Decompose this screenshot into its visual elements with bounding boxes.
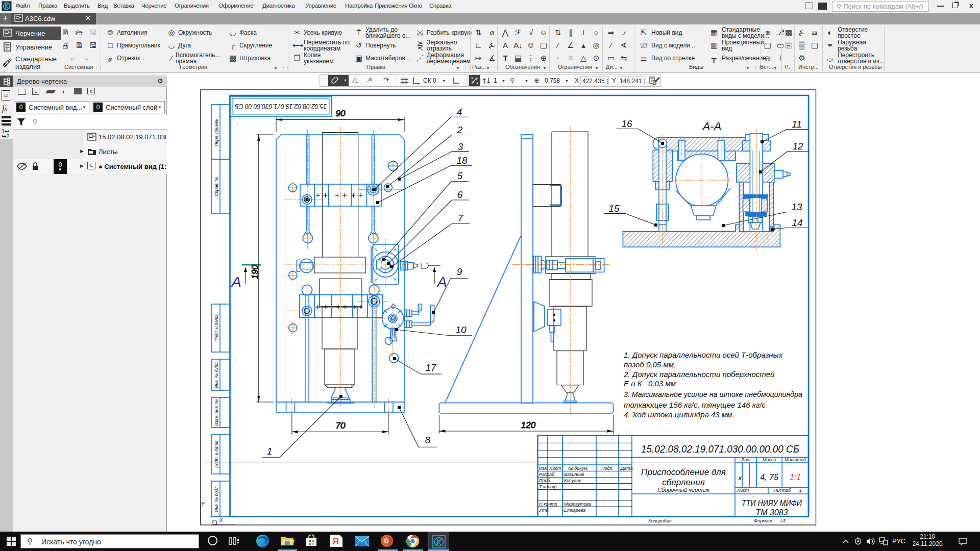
svg-text:1. Допуск параллельности осей: 1. Допуск параллельности осей Т-образных (624, 350, 783, 359)
svg-text:ТМ 3083: ТМ 3083 (755, 508, 788, 517)
svg-text:9: 9 (457, 266, 462, 277)
svg-text:А: А (436, 273, 447, 290)
svg-text:18: 18 (456, 155, 468, 166)
svg-text:1:1: 1:1 (790, 473, 801, 482)
svg-text:Проб.: Проб. (539, 478, 551, 483)
svg-text:15.02.08.02.19.071.030.00.00 С: 15.02.08.02.19.071.030.00.00 СБ (235, 103, 327, 111)
svg-text:Дата: Дата (620, 466, 633, 471)
svg-text:№ докум.: № докум. (568, 466, 589, 471)
svg-text:12: 12 (792, 141, 803, 152)
svg-text:Перв. примен.: Перв. примен. (214, 117, 219, 146)
svg-text:Инв. № подл.: Инв. № подл. (214, 485, 219, 512)
svg-text:Инв. № дубл.: Инв. № дубл. (214, 361, 219, 388)
svg-text:15.02.08.02.19.071.030.00.00.0: 15.02.08.02.19.071.030.00.00.00 СБ (641, 443, 799, 455)
svg-text:Приспособление для: Приспособление для (641, 467, 726, 477)
svg-text:Еткарева: Еткарева (564, 508, 585, 513)
svg-text:к: к (739, 474, 742, 482)
svg-text:4, 75: 4, 75 (760, 473, 778, 482)
svg-text:Я: Я (332, 536, 339, 546)
svg-text:13: 13 (791, 202, 802, 212)
svg-text:пазоб 0,05 мм.: пазоб 0,05 мм. (624, 360, 676, 369)
svg-text:Копиробал: Копиробал (648, 518, 671, 523)
svg-text:Изм: Изм (539, 466, 548, 471)
svg-text:Лист: Лист (549, 466, 561, 471)
svg-text:Подп. и дата: Подп. и дата (214, 314, 219, 341)
svg-text:Формат: Формат (754, 518, 772, 523)
svg-text:Масштаб: Масштаб (785, 457, 806, 462)
svg-text:Н контр: Н контр (539, 502, 557, 507)
svg-text:3. Максимальное усилие на шток: 3. Максимальное усилие на штоке пнебмоци… (624, 390, 802, 398)
svg-text:4. Ход штока цилиндра 43 мм.: 4. Ход штока цилиндра 43 мм. (624, 410, 734, 419)
svg-text:Подп.: Подп. (601, 466, 614, 471)
svg-text:8: 8 (425, 435, 431, 445)
svg-text:7: 7 (458, 213, 464, 223)
svg-text:1: 1 (267, 446, 273, 457)
svg-text:Подп. и дата: Подп. и дата (214, 441, 219, 468)
svg-text:А: А (230, 273, 241, 290)
svg-text:120: 120 (521, 420, 536, 430)
svg-text:10: 10 (455, 324, 467, 335)
svg-text:Листоб: Листоб (773, 488, 791, 493)
svg-text:Лит: Лит (741, 457, 751, 462)
svg-text:Взам. инв. №: Взам. инв. № (214, 399, 219, 426)
svg-text:Утб.: Утб. (538, 508, 550, 513)
svg-text:2. Допуск параллельности побер: 2. Допуск параллельности поберхностей (623, 370, 775, 379)
svg-text:Справ. №: Справ. № (214, 177, 219, 196)
svg-text:X: X (219, 517, 223, 523)
svg-text:Масса: Масса (763, 457, 776, 462)
svg-text:70: 70 (336, 421, 346, 431)
svg-text:Лист: Лист (737, 488, 749, 493)
svg-text:15: 15 (608, 203, 620, 214)
svg-text:3: 3 (458, 141, 463, 152)
svg-text:Васильев: Васильев (564, 472, 584, 477)
svg-text:5: 5 (457, 170, 463, 181)
svg-text:2: 2 (457, 124, 463, 135)
svg-text:6: 6 (457, 189, 463, 200)
svg-text:Косулин: Косулин (564, 478, 581, 483)
svg-text:1: 1 (799, 488, 802, 493)
svg-text:Е и К 0,03 мм: Е и К 0,03 мм (624, 379, 676, 388)
svg-text:Т контр: Т контр (539, 484, 557, 489)
svg-text:толкающее 156 кг/с, тянущее 14: толкающее 156 кг/с, тянущее 146 кг/с (624, 400, 766, 409)
svg-text:Разраб: Разраб (539, 472, 555, 477)
svg-text:16: 16 (621, 118, 632, 129)
svg-text:сберления: сберления (662, 478, 705, 487)
svg-text:ТТИ НИЯУ МИФИ: ТТИ НИЯУ МИФИ (742, 499, 802, 508)
svg-text:90: 90 (336, 109, 346, 118)
svg-text:11: 11 (792, 119, 802, 130)
svg-text:4: 4 (457, 107, 462, 117)
svg-text:190: 190 (250, 264, 260, 279)
svg-text:17: 17 (425, 362, 437, 373)
svg-text:А-А: А-А (702, 120, 722, 133)
svg-text:14: 14 (792, 217, 802, 228)
svg-text:А3: А3 (779, 518, 786, 523)
svg-text:Марсаутова: Марсаутова (564, 502, 591, 507)
svg-text:Сборочный чертеж: Сборочный чертеж (657, 487, 709, 493)
